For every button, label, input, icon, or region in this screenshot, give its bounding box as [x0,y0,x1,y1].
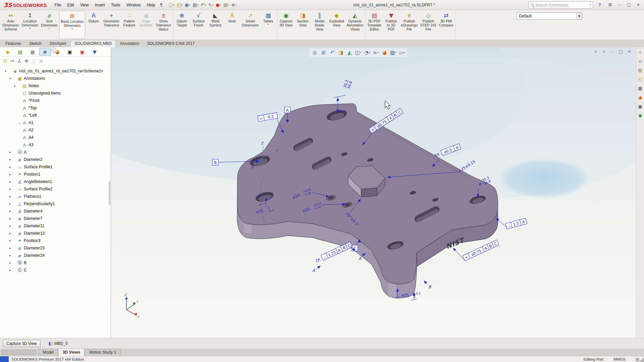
expand-arrow[interactable]: ▸ [8,217,12,220]
tree-position1[interactable]: ▸ ⌖ Position1 [1,171,111,178]
taskpane-collapse-button[interactable]: « [637,49,644,55]
panel-splitter[interactable] [109,181,110,205]
expand-arrow[interactable]: ▸ [8,246,12,250]
search-commands-box[interactable]: Search Commands ▾ [529,1,593,8]
view-orientation-button[interactable]: ◫▾ [354,49,363,57]
expand-arrow[interactable]: ▸ [8,254,12,257]
design-library-button[interactable]: ▤ [637,67,644,73]
note-button[interactable]: A Note ▾ [224,11,240,39]
window-layout-button[interactable]: ⊞ [606,1,614,8]
edit-scheme-button[interactable]: ∠ [17,58,21,63]
capture-3d-view-button[interactable]: ◉ Capture 3D View ▾ [278,11,294,39]
smart-dimension-button[interactable]: ↗ Smart Dimension ▾ [240,11,260,39]
tab-dimxpert[interactable]: DimXpert [46,40,70,47]
dynamic-annotation-button-hud[interactable]: ◭▾ [345,49,354,57]
view-palette-button[interactable]: ▦ [637,85,644,91]
expand-arrow[interactable]: ▸ [8,239,12,242]
expand-arrow[interactable]: ▾ [8,77,12,80]
3d-pmi-compare-button[interactable]: ⇄ 3D PMI Compare ▾ [438,11,455,39]
tab-features[interactable]: Features [1,40,25,47]
dimxpertmanager-tab[interactable]: ⊕ [39,48,51,56]
solidworks-resources-button[interactable]: ⌂ [637,58,644,64]
dynamic-annotation-views-button[interactable]: ◭ Dynamic Annotation Views ▾ [345,11,365,39]
open-button[interactable]: ◰▾ [176,2,183,8]
tree-a3[interactable]: A A3 [1,141,111,148]
tree-diameter11[interactable]: ▸ ⌀ Diameter11 [1,222,111,230]
expand-arrow[interactable]: ▸ [8,195,12,198]
menu-window[interactable]: Window [123,1,144,9]
graphics-viewport[interactable]: NIST Z Y X 35.2 [111,47,636,338]
dimxpert-settings-button[interactable]: ⊡ [3,58,7,63]
expand-arrow[interactable]: ▸ [8,268,12,272]
filter-tab[interactable]: ▼ [89,48,100,56]
expand-arrow[interactable]: ▸ [8,224,12,228]
menu-view[interactable]: View [77,1,92,9]
surface-finish-button[interactable]: √ Surface Finish ▾ [190,11,207,39]
add-datum-button[interactable]: ⊕ [24,58,28,63]
tree-surface-profile1[interactable]: ▸ ⌓ Surface Profile1 [1,163,111,171]
3d-views-tab[interactable]: 3D Views [58,349,85,356]
tree-diameter13[interactable]: ▸ ⌀ Diameter13 [1,230,111,237]
tree-unassigned-items[interactable]: ∅ Unassigned Items [1,89,111,97]
tree-notes[interactable]: ▸ ▤ Notes [1,82,111,89]
hide-show-items-button[interactable]: ∞▾ [372,49,380,57]
expand-arrow[interactable]: ▸ [8,187,12,191]
pattern-tool-button[interactable]: ▣ [39,58,43,63]
custom-properties-button[interactable]: ▣ [637,103,644,109]
tree-diameter7[interactable]: ▸ ⌀ Diameter7 [1,215,111,222]
doc-back-button[interactable]: « [592,49,599,55]
basic-location-dimension-button[interactable]: ⊞ Basic Location Dimension ▾ [59,11,85,39]
publish-edrawings-file-button[interactable]: e Publish eDrawings File ▾ [399,11,419,39]
tree-a1[interactable]: → A A1 [1,119,111,126]
geometric-tolerance-button[interactable]: ⌖ Geometric Tolerance ▾ [102,11,121,39]
show-tolerance-status-button[interactable]: ± Show Tolerance Status ▾ [155,11,173,39]
configuration-dropdown[interactable]: Default ▼ [517,12,582,20]
expand-arrow[interactable]: ▸ [8,202,12,205]
tab-annotation[interactable]: Annotation [116,40,143,47]
tree-a4[interactable]: A A4 [1,134,111,141]
expand-arrow[interactable]: ▾ [3,69,8,73]
options-button[interactable]: ⊛▾ [231,2,237,8]
auto-dimension-scheme-button[interactable]: ↔ Auto Dimension Scheme ▾ [1,11,20,39]
tree-diameter24[interactable]: ▸ ⌀ Diameter24 [1,252,111,259]
resize-grip-icon[interactable] [639,357,644,362]
capture-3d-view-button[interactable]: Capture 3D View [3,340,41,347]
location-dimension-button[interactable]: ↕ Location Dimension ▾ [20,11,40,39]
doc-restore-button[interactable]: ▢ [618,49,624,55]
model-tab[interactable]: Model [38,349,58,356]
menu-tools[interactable]: Tools [108,1,123,9]
apply-scene-button[interactable]: ▨▾ [389,49,397,57]
edit-appearance-button[interactable]: ◕▾ [380,49,389,57]
menu-insert[interactable]: Insert [92,1,108,9]
propertymanager-tab[interactable]: ▤ [14,48,26,56]
window-restore-button[interactable]: ▢ [625,1,633,8]
tolerance-tool-button[interactable]: ▢ [32,58,36,63]
featuremanager-tab[interactable]: ◆ [2,48,13,56]
save-button[interactable]: ▣▾ [184,2,191,8]
cam-operation-tree-tab[interactable]: ▣ [76,48,88,56]
insert-annotations-button[interactable]: ↦ [10,58,14,63]
tab-solidworks-cam[interactable]: SOLIDWORKS CAM 2017 [143,40,199,47]
solidworks-forum-button[interactable]: ◉ [637,112,644,118]
tree-top[interactable]: A *Top [1,104,111,112]
section-view-button-hud[interactable]: ◨▾ [337,49,345,57]
tab-scroll-stub[interactable] [1,350,36,355]
tab-sketch[interactable]: Sketch [25,40,46,47]
window-close-button[interactable]: × [634,1,643,8]
expand-arrow[interactable]: ▸ [8,158,12,161]
3d-pdf-template-editor-button[interactable]: ▤ 3D PDF Template Editor ▾ [366,11,383,39]
tree-flatness1[interactable]: ▸ ▱ Flatness1 [1,193,111,200]
tab-solidworks-mbd[interactable]: SOLIDWORKS MBD [70,40,116,47]
expand-arrow[interactable]: ▸ [13,84,17,87]
expand-arrow[interactable]: ▸ [8,180,12,183]
panel-collapse-button[interactable]: ‹ [51,48,56,53]
configurationmanager-tab[interactable]: ▦ [27,48,38,56]
publish-step-242-file-button[interactable]: ◇ Publish STEP 242 File ▾ [419,11,438,39]
publish-to-3d-pdf-button[interactable]: ▼ Publish to 3D PDF ▾ [383,11,399,39]
tree-diameter2[interactable]: ▸ ⌀ Diameter2 [1,156,111,163]
tree-position3[interactable]: ▸ ⌖ Position3 [1,237,111,244]
tree-anglebetween1[interactable]: ▸ ∠ AngleBetween1 [1,178,111,185]
model-break-view-button[interactable]: ‖ Model Break View ▾ [311,11,328,39]
tree-root[interactable]: ▾ ◆ nist_ctc_01_asme1_rd_sw1702_ra<Schem… [1,67,111,75]
graphics-area[interactable]: NIST Z Y X 35.2 [111,47,636,338]
